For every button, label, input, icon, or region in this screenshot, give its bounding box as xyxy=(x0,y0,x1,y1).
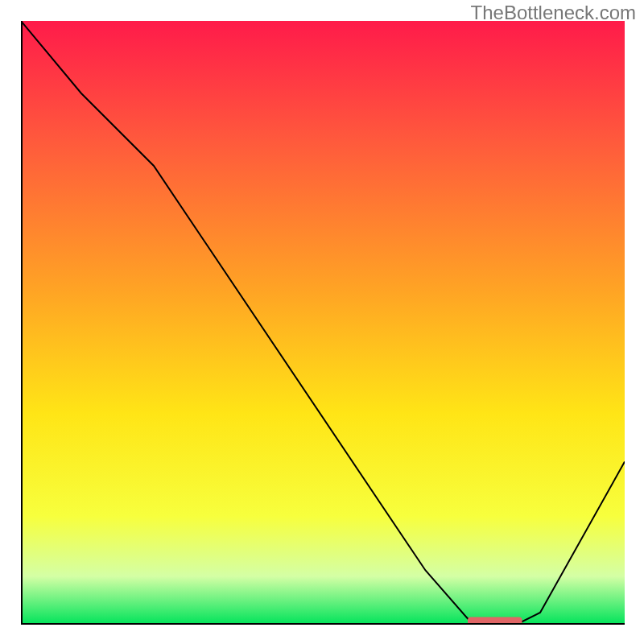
watermark-text: TheBottleneck.com xyxy=(471,2,636,24)
gradient-background xyxy=(21,21,625,625)
bottleneck-chart xyxy=(21,21,625,625)
chart-svg xyxy=(21,21,625,625)
